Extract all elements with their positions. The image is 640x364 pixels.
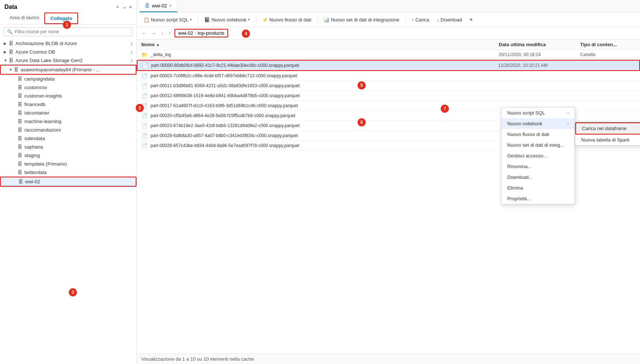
file-name: part-00012-68f66638-1619-4e8d-b941-69bba… (150, 93, 499, 98)
container-icon: 🗄 (18, 153, 22, 158)
sidebar-header-icons: ＋ ⌄ « (115, 4, 132, 10)
submenu: Carica nel dataframe Nuova tabella di Sp… (575, 122, 640, 146)
nuovo-notebook-button[interactable]: 📓 Nuovo notebook ▾ (201, 16, 253, 24)
file-name: part-00003-7c06fb2c-c86e-4cdd-bf57-d697e… (150, 73, 499, 78)
file-doc-icon: 📄 (141, 133, 148, 139)
badge-6: 6 (358, 118, 366, 126)
sidebar-item-iotcontainer[interactable]: ▶ 🗄 iotcontainer (0, 109, 136, 117)
submenu-nuova-tabella-spark[interactable]: Nuova tabella di Spark (575, 135, 640, 145)
file-row-part00000[interactable]: 📄 part-00000-80db06cf-0892-41c7-9c21-44b… (137, 60, 640, 71)
asa-icon: 🗄 (14, 67, 18, 72)
chevron-down-icon[interactable]: ⌄ (122, 4, 127, 10)
context-nuovo-set[interactable]: Nuovo set di dati di integ... (501, 140, 575, 150)
flusso-icon: ⚡ (262, 17, 268, 23)
up-button[interactable]: ↑ (167, 30, 172, 37)
btn-label: Download (441, 17, 462, 23)
sidebar-item-label: Azure Cosmos DB (16, 49, 129, 55)
col-type-header: Tipo di conten... (580, 42, 636, 47)
context-nuovo-notebook[interactable]: Nuovo notebook › (501, 118, 575, 129)
sidebar-item-tempdata[interactable]: ▶ 🗄 tempdata (Primario) (0, 160, 136, 168)
sidebar-item-campaigndata[interactable]: ▶ 🗄 campaigndata (0, 75, 136, 83)
file-name: part-00020-cf5b45e6-d864-4e28-9a59-f15ff… (150, 113, 499, 118)
badge-1: 1 (63, 21, 71, 29)
nuovo-script-sql-button[interactable]: 📋 Nuovo script SQL ▾ (140, 16, 195, 24)
nuovo-set-button[interactable]: 📊 Nuovo set di dati di integrazione (321, 16, 402, 24)
toolbar: 📋 Nuovo script SQL ▾ 📓 Nuovo notebook ▾ … (137, 13, 640, 27)
context-gestisci-accesso[interactable]: Gestisci accesso... (501, 150, 575, 161)
badge-7: 7 (441, 105, 449, 113)
sidebar-item-wwi-02[interactable]: ▶ 🗄 wwi-02 (0, 177, 136, 187)
nuovo-flusso-button[interactable]: ⚡ Nuovo flusso di dati (259, 16, 314, 24)
expand-arrow: ▶ (4, 50, 9, 54)
add-icon[interactable]: ＋ (115, 4, 120, 10)
file-row-part00003[interactable]: 📄 part-00003-7c06fb2c-c86e-4cdd-bf57-d69… (137, 71, 640, 81)
btn-label: Carica (416, 17, 430, 23)
sidebar-item-financedb[interactable]: ▶ 🗄 financedb (0, 100, 136, 109)
menu-label: Rinomina... (507, 164, 532, 169)
tab-collegato[interactable]: Collegato (44, 13, 78, 24)
file-name: _delta_log (150, 52, 499, 57)
container-icon: 🗄 (18, 127, 22, 133)
back-button[interactable]: ← (140, 30, 148, 37)
collapse-icon[interactable]: « (129, 4, 132, 10)
sidebar-item-customer-insights[interactable]: ▶ 🗄 customer-insights (0, 92, 136, 100)
sidebar-item-label: machine-learning (24, 119, 133, 124)
tab-label: wwi-02 (152, 3, 167, 8)
sidebar-item-label: asaworkspaceinaday84 (Primario - ... (21, 67, 132, 72)
item-count: 1 (131, 41, 133, 46)
context-download[interactable]: Download... (501, 172, 575, 183)
sidebar-item-datalake[interactable]: ▼ 🗄 Azure Data Lake Storage Gen2 2 (0, 56, 136, 65)
context-rinomina[interactable]: Rinomina... (501, 161, 575, 172)
download-button[interactable]: ↓ Download (434, 16, 465, 24)
carica-button[interactable]: ↑ Carica (409, 16, 432, 24)
sidebar-item-label: customcsv (24, 85, 133, 90)
search-input[interactable] (15, 29, 129, 34)
tab-close-button[interactable]: ✕ (169, 4, 172, 8)
sidebar-item-staging[interactable]: ▶ 🗄 staging (0, 151, 136, 160)
sidebar-item-raccomandazioni[interactable]: ▶ 🗄 raccomandazioni (0, 126, 136, 134)
sidebar-item-archiviazione[interactable]: ▶ 🗄 Archiviazione BLOB di Azure 1 (0, 39, 136, 48)
submenu-label: Nuova tabella di Spark (581, 137, 630, 143)
sidebar-item-asa[interactable]: ▼ 🗄 asaworkspaceinaday84 (Primario - ... (0, 65, 136, 75)
context-nuovo-script-sql[interactable]: Nuovo script SQL › (501, 108, 575, 118)
sidebar-title: Data (4, 4, 17, 10)
file-date: 11/26/2020, 10:10:21 AM (498, 63, 579, 68)
sidebar-item-twitterdata[interactable]: ▶ 🗄 twitterdata (0, 168, 136, 177)
tab-wwi-02[interactable]: 🗄 wwi-02 ✕ (140, 0, 177, 12)
submenu-carica-dataframe[interactable]: Carica nel dataframe (575, 122, 640, 135)
breadcrumb-folder[interactable]: top-products (198, 30, 224, 36)
context-elimina[interactable]: Elimina (501, 183, 575, 193)
breadcrumb-root[interactable]: wwi-02 (178, 30, 193, 36)
sidebar-item-label: Azure Data Lake Storage Gen2 (16, 58, 129, 63)
sidebar-item-cosmos[interactable]: ▶ 🗄 Azure Cosmos DB 1 (0, 48, 136, 56)
tab-area-di-lavoro[interactable]: Area di lavoro (4, 13, 44, 24)
sidebar-item-machine-learning[interactable]: ▶ 🗄 machine-learning (0, 117, 136, 126)
file-row-part00012[interactable]: 📄 part-00012-68f66638-1619-4e8d-b941-69b… (137, 91, 640, 101)
sidebar-item-saphana[interactable]: ▶ 🗄 saphana (0, 143, 136, 151)
tab-bar: 🗄 wwi-02 ✕ (137, 0, 640, 13)
add-button[interactable]: + (466, 15, 475, 24)
sidebar-item-customcsv[interactable]: ▶ 🗄 customcsv (0, 83, 136, 92)
sidebar-item-salesdata[interactable]: ▶ 🗄 salesdata (0, 134, 136, 143)
file-row-delta-log[interactable]: 📁 _delta_log 26/11/2020, 00:18:24 Cartel… (137, 50, 640, 60)
badge-5: 5 (358, 81, 366, 89)
expand-arrow: ▼ (9, 68, 14, 72)
sidebar: Data ＋ ⌄ « Area di lavoro Collegato 🔍 ▶ … (0, 0, 137, 364)
sidebar-item-label: staging (24, 153, 133, 158)
file-row-part00011[interactable]: 📄 part-00011-b3d96b81-8369-4231-a5d1-08a… (137, 81, 640, 91)
sidebar-item-label: twitterdata (24, 170, 133, 175)
context-proprieta[interactable]: Proprietà... (501, 193, 575, 204)
cosmos-icon: 🗄 (9, 50, 13, 55)
file-type: Cartella (580, 52, 636, 57)
context-nuovo-flusso[interactable]: Nuovo flusso di dati (501, 129, 575, 140)
down-button[interactable]: ↓ (160, 30, 165, 37)
forward-button[interactable]: → (150, 30, 158, 37)
menu-label: Gestisci accesso... (507, 153, 547, 159)
badge-4: 4 (242, 30, 250, 38)
sidebar-item-label: iotcontainer (24, 110, 133, 116)
toolbar-divider-2 (256, 16, 256, 23)
sidebar-item-label: saphana (24, 144, 133, 150)
submenu-label: Carica nel dataframe (582, 126, 627, 131)
col-name-header: Nome ▲ (141, 42, 499, 47)
sidebar-item-label: campaigndata (24, 76, 133, 82)
